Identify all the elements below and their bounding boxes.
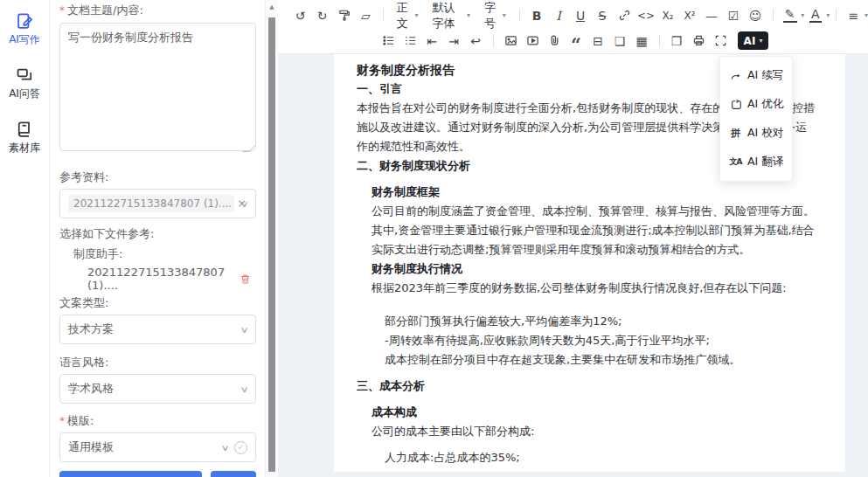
strikethrough-icon[interactable]: S xyxy=(593,5,613,25)
redo-icon[interactable]: ↻ xyxy=(312,5,332,25)
horizontal-rule-icon[interactable]: — xyxy=(702,5,722,25)
ai-dropdown-menu: AI 续写 AI 优化 拼 AI 校对 文A AI 翻译 xyxy=(719,56,793,182)
ordered-list-icon[interactable] xyxy=(400,31,420,51)
emoji-icon[interactable]: ☺ xyxy=(746,5,766,25)
nav-item-ai-writing[interactable]: AI写作 xyxy=(9,12,40,47)
style-select[interactable]: 学术风格 ∨ xyxy=(59,374,256,404)
doc-paragraph: 根据2023年前三季度的财务数据,公司整体财务制度执行情况良好,但存在以下问题: xyxy=(372,279,817,298)
format-painter-icon[interactable] xyxy=(334,5,354,25)
doc-subheading: 财务制度框架 xyxy=(372,183,817,202)
menu-item-label: AI 优化 xyxy=(747,97,783,112)
underline-icon[interactable]: U xyxy=(571,5,591,25)
ai-continue-icon xyxy=(729,70,742,82)
required-mark: * xyxy=(59,415,65,427)
app-window: AI写作 AI问答 素材库 *文档主题/内容: 写一份财务制度分析报告 参考资料… xyxy=(0,0,868,477)
fullscreen-icon[interactable] xyxy=(711,31,731,51)
form-panel: *文档主题/内容: 写一份财务制度分析报告 参考资料: 202112271513… xyxy=(50,0,265,477)
generate-button[interactable]: 生成 xyxy=(59,471,202,477)
font-color-icon[interactable]: A xyxy=(805,5,825,25)
nav-item-label: 素材库 xyxy=(9,141,40,156)
menu-item-label: AI 翻译 xyxy=(747,155,783,169)
divider-block-icon[interactable]: ⊟ xyxy=(588,31,608,51)
table-icon[interactable]: ▦ xyxy=(632,31,652,51)
menu-item-ai-optimize[interactable]: AI 优化 xyxy=(720,90,792,119)
reference-label: 参考资料: xyxy=(59,170,256,184)
style-label: 语言风格: xyxy=(59,356,256,370)
download-button[interactable]: 下载 xyxy=(211,471,256,477)
topic-textarea[interactable]: 写一份财务制度分析报告 xyxy=(59,23,256,151)
page-block-icon[interactable]: ❏ xyxy=(610,31,630,51)
ai-proofread-icon: 拼 xyxy=(729,127,742,140)
panel-scrollbar-thumb[interactable] xyxy=(268,17,275,472)
video-icon[interactable] xyxy=(523,31,543,51)
ai-menu-button[interactable]: AI▾ xyxy=(738,31,769,50)
scroll-up-icon[interactable]: ▲ xyxy=(266,0,278,10)
chevron-down-icon: ∨ xyxy=(240,325,248,335)
doc-subheading: 成本构成 xyxy=(372,403,817,422)
image-icon[interactable] xyxy=(501,31,521,51)
paragraph-style-value: 正文 xyxy=(397,0,411,31)
delete-trash-icon[interactable] xyxy=(240,273,251,286)
undo-icon[interactable]: ↺ xyxy=(290,5,310,25)
doc-type-select[interactable]: 技术方案 ∨ xyxy=(59,315,256,344)
outdent-icon[interactable]: ⇤ xyxy=(422,31,442,51)
ai-writing-icon xyxy=(16,12,33,30)
menu-item-ai-continue[interactable]: AI 续写 xyxy=(720,61,792,90)
doc-paragraph: 公司的成本主要由以下部分构成: xyxy=(372,422,817,441)
doc-heading: 三、成本分析 xyxy=(357,377,817,396)
toolbar-divider xyxy=(519,9,520,22)
menu-item-ai-translate[interactable]: 文A AI 翻译 xyxy=(720,148,792,176)
menu-item-ai-proofread[interactable]: 拼 AI 校对 xyxy=(720,119,792,148)
font-family-select[interactable]: 默认字体▾ xyxy=(433,0,470,31)
chevron-down-icon: ∨ xyxy=(240,199,248,209)
ai-button-label: AI xyxy=(744,35,756,47)
doc-list-line: 人力成本:占总成本的35%; xyxy=(385,448,817,467)
caret-down-icon: ▾ xyxy=(415,11,419,19)
doc-type-value: 技术方案 xyxy=(68,321,241,337)
superscript-icon[interactable]: X² xyxy=(680,5,700,25)
file-name: 2021122715133847807 (1).... xyxy=(87,266,240,292)
paragraph-style-select[interactable]: 正文▾ xyxy=(397,0,419,31)
bold-icon[interactable]: B xyxy=(527,5,547,25)
nav-item-ai-qa[interactable]: AI问答 xyxy=(9,66,40,101)
editor-area: ↺ ↻ ▱ 正文▾ 默认字体▾ 字号▾ B I U S <> X₂ X² — ☑… xyxy=(278,0,868,477)
toolbar-divider xyxy=(493,34,494,47)
indent-icon[interactable]: ⇥ xyxy=(444,31,464,51)
caret-down-icon[interactable]: ▾ xyxy=(865,11,868,19)
align-icon[interactable]: ≡ xyxy=(844,5,864,25)
link-icon[interactable] xyxy=(615,5,635,25)
reference-tag-text: 2021122715133847807 (1).... xyxy=(73,197,232,210)
embed-window-icon[interactable]: ❐ xyxy=(667,31,687,51)
caret-down-icon[interactable]: ▾ xyxy=(801,11,804,19)
doc-list-line: -周转效率有待提高,应收账款周转天数为45天,高于行业平均水平; xyxy=(385,331,817,350)
toolbar-divider xyxy=(383,9,384,22)
blockquote-icon[interactable]: “ xyxy=(566,31,587,51)
bullet-list-icon[interactable] xyxy=(378,31,399,51)
highlight-color-icon[interactable]: ✎ xyxy=(780,5,800,25)
text-wrap-icon[interactable]: ↩ xyxy=(466,31,486,51)
caret-down-icon: ▾ xyxy=(467,11,470,19)
editor-canvas: 财务制度分析报告 一、引言 本报告旨在对公司的财务制度进行全面分析,包括财务制度… xyxy=(278,54,868,477)
caret-down-icon[interactable]: ▾ xyxy=(826,11,830,19)
toolbar-divider xyxy=(836,9,837,22)
italic-icon[interactable]: I xyxy=(549,5,569,25)
doc-subheading: 财务制度执行情况 xyxy=(372,259,817,279)
nav-item-label: AI问答 xyxy=(9,86,40,101)
todo-checkbox-icon[interactable]: ☑ xyxy=(724,5,744,25)
font-size-select[interactable]: 字号▾ xyxy=(484,0,506,31)
eraser-icon[interactable]: ▱ xyxy=(356,5,376,25)
font-size-value: 字号 xyxy=(484,0,498,31)
attachment-icon[interactable] xyxy=(545,31,565,51)
toolbar-divider xyxy=(773,9,774,22)
reference-select[interactable]: 2021122715133847807 (1).... × ∨ xyxy=(59,189,256,218)
inline-code-icon[interactable]: <> xyxy=(636,5,656,25)
print-icon[interactable] xyxy=(689,31,709,51)
style-value: 学术风格 xyxy=(68,381,241,397)
doc-list-line: 成本控制在部分项目中存在超支现象,主要集中在研发和市场推广领域。 xyxy=(385,350,817,370)
chevron-down-icon: ∨ xyxy=(220,443,229,453)
template-select[interactable]: 通用模板 ∨ ✓ xyxy=(59,432,256,462)
panel-scrollbar[interactable]: ▲ xyxy=(265,0,278,477)
subscript-icon[interactable]: X₂ xyxy=(658,5,678,25)
nav-item-material-library[interactable]: 素材库 xyxy=(9,121,40,156)
menu-item-label: AI 续写 xyxy=(747,68,783,83)
